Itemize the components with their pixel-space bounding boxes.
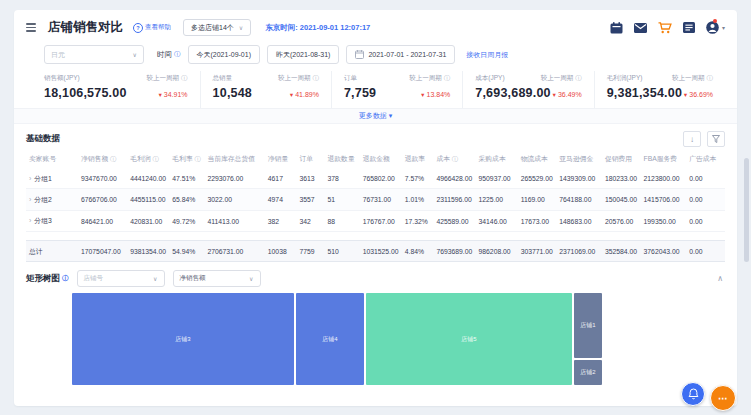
table-cell: 0.00 [686, 210, 725, 231]
table-cell: 4455115.00 [127, 189, 169, 210]
col-header[interactable]: 当前库存总货值 [204, 150, 264, 168]
info-icon: ⓘ [707, 74, 714, 83]
col-header[interactable]: 成本 ⓘ [433, 150, 475, 168]
help-link-label: 查看帮助 [145, 23, 171, 32]
table-cell: 20576.00 [602, 210, 641, 231]
col-header[interactable]: 卖家账号 [26, 150, 78, 168]
table-cell: 303771.00 [518, 241, 557, 262]
vertical-scrollbar[interactable] [744, 158, 749, 262]
store-multiselect-value: 多选店铺14个 [191, 23, 234, 33]
table-cell: 1225.00 [476, 189, 518, 210]
treemap-block-store4[interactable]: 店铺4 [296, 293, 364, 385]
col-header[interactable]: 毛利润 ⓘ [127, 150, 169, 168]
col-header[interactable]: FBA服务费 [641, 150, 687, 168]
treemap-block-store2[interactable]: 店铺2 [574, 360, 602, 385]
table-cell: 34146.00 [476, 210, 518, 231]
table-cell: 88 [325, 210, 360, 231]
col-header[interactable]: 促销费用 [602, 150, 641, 168]
basic-data-section-head: 基础数据 ↓ [14, 124, 737, 150]
user-menu[interactable]: ▾ [706, 21, 725, 34]
treemap-block-store3[interactable]: 店铺3 [72, 293, 294, 385]
sidebar-toggle-icon[interactable] [24, 21, 38, 34]
chevron-down-icon: ∨ [133, 51, 137, 58]
mail-icon[interactable] [634, 23, 647, 33]
table-cell: 180233.00 [602, 168, 641, 189]
time-filter-label: 时间 ⓘ [157, 50, 181, 60]
report-subscribe-link[interactable]: 接收日周月报 [466, 50, 508, 60]
filter-button[interactable] [707, 131, 725, 147]
treemap-block-store1[interactable]: 店铺1 [574, 293, 602, 358]
table-cell: 1031525.00 [360, 241, 402, 262]
table-cell: 17673.00 [518, 210, 557, 231]
down-arrow-icon: ▼ [551, 92, 556, 98]
treemap-block-store5[interactable]: 店铺5 [366, 293, 572, 385]
kpi-delta: 34.91% [164, 91, 188, 98]
more-data-link[interactable]: 更多数据 ▾ [359, 111, 392, 121]
treemap-dimension-placeholder: 店铺号 [84, 274, 104, 283]
date-range-picker[interactable]: 2021-07-01 - 2021-07-31 [346, 45, 455, 64]
kpi-compare-label: 较上一周期 [278, 74, 311, 83]
col-header[interactable]: 净销量 [265, 150, 297, 168]
kpi-compare-label: 较上一周期 [147, 74, 180, 83]
kpi-total-volume: 总销量较上一周期ⓘ 10,548▼41.89% [200, 71, 331, 108]
table-total-row: 总计 17075047.00 9381354.00 54.94% 2706731… [26, 241, 725, 262]
table-cell: 17075047.00 [78, 241, 127, 262]
table-spacer [26, 232, 725, 241]
treemap-metric-select[interactable]: 净销售额 ∨ [173, 270, 261, 287]
table-cell: 0.00 [686, 241, 725, 262]
treemap-dimension-select[interactable]: 店铺号 ∨ [77, 270, 165, 287]
down-arrow-icon: ▼ [157, 92, 162, 98]
store-multiselect[interactable]: 多选店铺14个 ∨ [183, 19, 251, 36]
date-range-value: 2021-07-01 - 2021-07-31 [368, 51, 446, 58]
table-cell: 1415706.00 [641, 189, 687, 210]
kpi-compare-label: 较上一周期 [672, 74, 705, 83]
expand-row-icon[interactable]: › [29, 175, 31, 182]
col-header[interactable]: 采购成本 [476, 150, 518, 168]
currency-select-placeholder: 日元 [51, 50, 65, 60]
table-cell: 2293076.00 [204, 168, 264, 189]
calendar-icon[interactable] [610, 22, 623, 34]
treemap-metric-value: 净销售额 [180, 274, 206, 283]
kpi-label: 总销量 [213, 74, 233, 83]
table-cell: 425589.00 [433, 210, 475, 231]
cart-icon[interactable] [658, 22, 672, 34]
kpi-delta: 36.69% [689, 91, 713, 98]
basic-data-table: 卖家账号 净销售额 ⓘ 毛利润 ⓘ 毛利率 ⓘ 当前库存总货值 净销量 订单 退… [26, 150, 725, 262]
more-data-strip: 更多数据 ▾ [14, 109, 737, 124]
table-cell: 148683.00 [556, 210, 602, 231]
col-header[interactable]: 订单 [296, 150, 324, 168]
table-cell: 65.84% [169, 189, 204, 210]
help-link[interactable]: ? 查看帮助 [133, 23, 171, 33]
table-cell: 49.72% [169, 210, 204, 231]
table-cell: 1439309.00 [556, 168, 602, 189]
col-header[interactable]: 净销售额 ⓘ [78, 150, 127, 168]
col-header[interactable]: 退款金额 [360, 150, 402, 168]
customer-service-fab[interactable]: ⋯ [710, 385, 736, 411]
report-icon[interactable] [683, 22, 695, 33]
table-cell: 76731.00 [360, 189, 402, 210]
kpi-value: 18,106,575.00 [44, 86, 127, 100]
avatar-icon [706, 21, 719, 34]
table-cell: 2123800.00 [641, 168, 687, 189]
kpi-delta: 13.84% [427, 91, 451, 98]
col-header[interactable]: 退款率 [402, 150, 434, 168]
currency-select[interactable]: 日元 ∨ [44, 45, 144, 64]
row-group-name: 分组2 [34, 196, 51, 203]
chevron-down-icon: ∨ [249, 275, 253, 282]
notifications-fab[interactable] [681, 382, 705, 406]
collapse-section-icon[interactable]: ∧ [717, 274, 723, 283]
col-header[interactable]: 物流成本 [518, 150, 557, 168]
col-header[interactable]: 亚马逊佣金 [556, 150, 602, 168]
table-cell: 265529.00 [518, 168, 557, 189]
col-header[interactable]: 退款数量 [325, 150, 360, 168]
kpi-label: 订单 [344, 74, 357, 83]
yesterday-button[interactable]: 昨天(2021-08-31) [267, 45, 339, 64]
table-cell: 10038 [265, 241, 297, 262]
download-button[interactable]: ↓ [683, 131, 701, 147]
expand-row-icon[interactable]: › [29, 196, 31, 203]
expand-row-icon[interactable]: › [29, 217, 31, 224]
today-button[interactable]: 今天(2021-09-01) [188, 45, 260, 64]
treemap-title: 矩形树图ⓘ [26, 273, 69, 285]
col-header[interactable]: 毛利率 ⓘ [169, 150, 204, 168]
col-header[interactable]: 广告成本 [686, 150, 725, 168]
